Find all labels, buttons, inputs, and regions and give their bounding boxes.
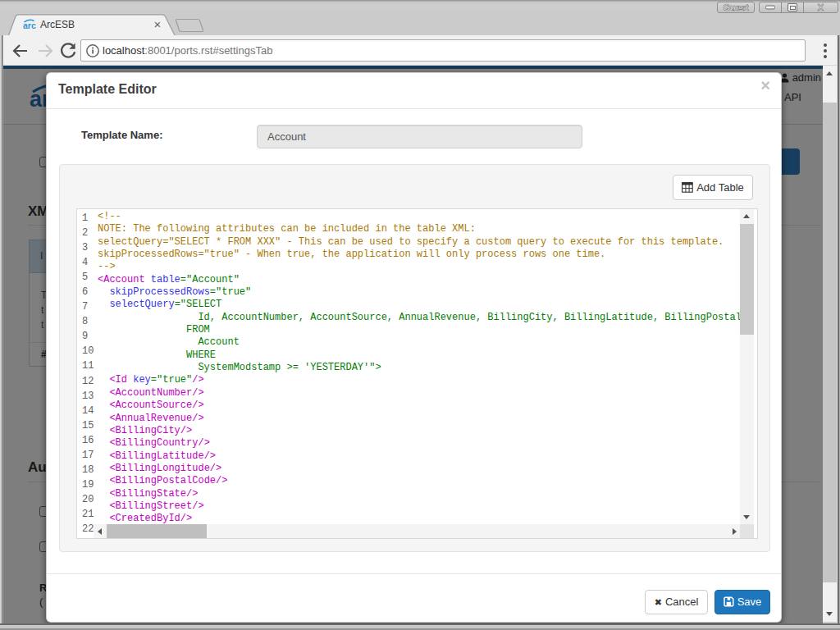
line-number: 4 [82,255,94,270]
line-number: 16 [82,433,94,448]
code-line: Id, AccountNumber, AccountSource, Annual… [98,312,740,324]
refresh-button-icon[interactable] [57,41,79,61]
add-table-label: Add Table [696,181,744,194]
code-line: --> [98,261,740,273]
scroll-down-icon[interactable] [743,515,750,519]
code-line: <Id key="true"/> [98,374,740,386]
code-line: <AccountSource/> [98,399,740,412]
editor-vertical-scrollbar[interactable] [740,209,754,524]
code-line: SystemModstamp >= 'YESTERDAY'"> [98,362,740,374]
guest-profile-button[interactable]: Guest [717,2,755,13]
line-number: 18 [82,463,94,477]
scroll-up-icon[interactable] [743,214,750,218]
editor-line-numbers: 12345678910111213141516171819202122 [77,209,94,538]
new-tab-button[interactable] [175,18,206,33]
code-line: <!-- [98,211,740,223]
line-number: 21 [82,507,94,522]
code-line: <BillingCountry/> [98,437,740,450]
code-line: FROM [98,324,740,336]
close-window-button[interactable]: X [804,2,838,12]
page-viewport: arc admin API XML Maps I T [3,66,823,623]
line-number: 2 [82,226,94,240]
line-number: 5 [82,270,94,285]
window-titlebar: Guest X [0,0,840,14]
editor-code[interactable]: <!--NOTE: The following attributes can b… [94,209,740,524]
line-number: 12 [82,374,94,389]
editor-vscroll-thumb[interactable] [740,224,754,335]
window-frame-left [0,35,3,630]
line-number: 19 [82,477,94,492]
tab-title: ArcESB [40,19,75,30]
address-bar[interactable]: localhost:8001/ports.rst#settingsTab [80,39,806,62]
browser-window: Guest X arc ArcESB × [0,0,840,630]
editor-panel: Add Table 123456789101112131415161718192… [59,164,770,552]
code-line: WHERE [98,349,740,362]
url-host: localhost [103,44,144,57]
template-code-editor[interactable]: 12345678910111213141516171819202122 <!--… [76,208,758,539]
save-button[interactable]: Save [714,590,770,614]
modal-footer: ✖Cancel Save [47,573,781,622]
cancel-button[interactable]: ✖Cancel [645,590,708,614]
line-number: 20 [82,492,94,507]
line-number: 7 [82,299,94,314]
line-number: 6 [82,285,94,299]
scroll-up-icon[interactable] [826,71,833,75]
page-info-icon[interactable] [84,43,101,59]
template-editor-modal: Template Editor × Template Name: Add Tab… [46,72,782,623]
code-line: Account [98,336,740,349]
line-number: 22 [82,522,94,536]
minimize-button[interactable] [760,2,782,12]
forward-button-icon[interactable] [34,41,56,61]
window-frame-bottom [0,623,840,630]
page-scrollbar-thumb[interactable] [823,103,837,582]
save-floppy-icon [724,596,734,607]
save-label: Save [737,596,762,608]
modal-header: Template Editor × [47,73,781,109]
maximize-icon [788,3,797,11]
template-name-input[interactable] [257,125,582,148]
add-table-button[interactable]: Add Table [673,175,753,200]
editor-horizontal-scrollbar[interactable] [94,524,741,538]
modal-close-icon[interactable]: × [760,77,770,94]
code-line: <BillingLongitude/> [98,463,740,475]
tab-favicon-arc-icon: arc [22,17,36,31]
cancel-label: Cancel [665,596,698,608]
line-number: 3 [82,240,94,255]
code-line: <Account table="Account" [98,274,740,286]
browser-menu-icon[interactable] [817,39,833,62]
minimize-icon [765,6,775,10]
line-number: 1 [82,211,94,226]
code-line: <BillingState/> [98,488,740,500]
scroll-left-icon[interactable] [98,528,102,535]
maximize-button[interactable] [782,2,804,12]
line-number: 9 [82,329,94,344]
line-number: 13 [82,389,94,404]
scroll-right-icon[interactable] [733,528,737,535]
code-line: <BillingStreet/> [98,500,740,513]
modal-title: Template Editor [58,82,157,97]
cancel-x-icon: ✖ [655,597,662,607]
code-line: NOTE: The following attributes can be in… [98,223,740,235]
scroll-down-icon[interactable] [826,612,833,616]
code-line: skipProcessedRows="true" [98,286,740,299]
code-line: skipProcessedRows="true" - When true, th… [98,249,740,261]
window-frame-right [837,35,840,630]
code-line: <BillingLatitude/> [98,450,740,463]
back-button-icon[interactable] [10,41,31,61]
code-line: <AccountNumber/> [98,387,740,399]
code-line: <BillingCity/> [98,425,740,437]
code-line: selectQuery="SELECT [98,299,740,311]
template-name-label: Template Name: [81,129,162,141]
tab-close-icon[interactable]: × [151,18,164,31]
page-scrollbar[interactable] [823,66,837,622]
svg-text:arc: arc [23,21,36,30]
line-number: 11 [82,358,94,373]
browser-toolbar: localhost:8001/ports.rst#settingsTab [3,35,837,66]
line-number: 15 [82,418,94,433]
line-number: 10 [82,344,94,358]
line-number: 17 [82,448,94,463]
editor-hscroll-thumb[interactable] [107,524,207,538]
code-line: <CreatedById/> [98,513,740,524]
url-text: localhost:8001/ports.rst#settingsTab [103,44,272,57]
table-icon [682,182,693,193]
